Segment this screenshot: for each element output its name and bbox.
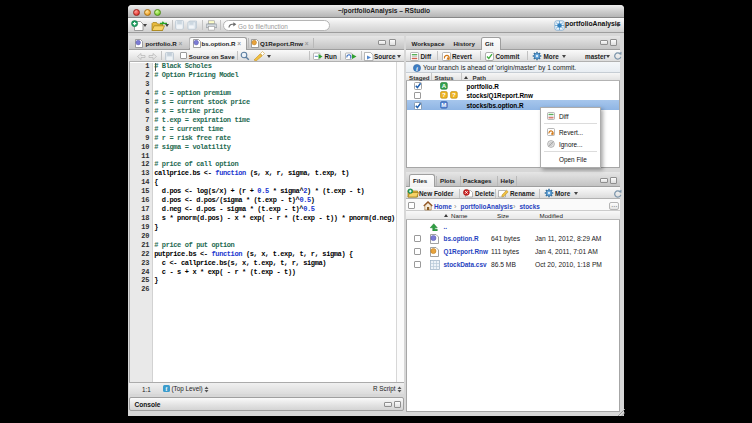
svg-text:?: ? — [442, 91, 446, 98]
svg-text:f: f — [165, 385, 167, 391]
svg-text:M: M — [441, 101, 446, 108]
svg-text:?: ? — [452, 91, 456, 98]
svg-text:A: A — [441, 82, 446, 89]
svg-text:i: i — [416, 64, 418, 71]
